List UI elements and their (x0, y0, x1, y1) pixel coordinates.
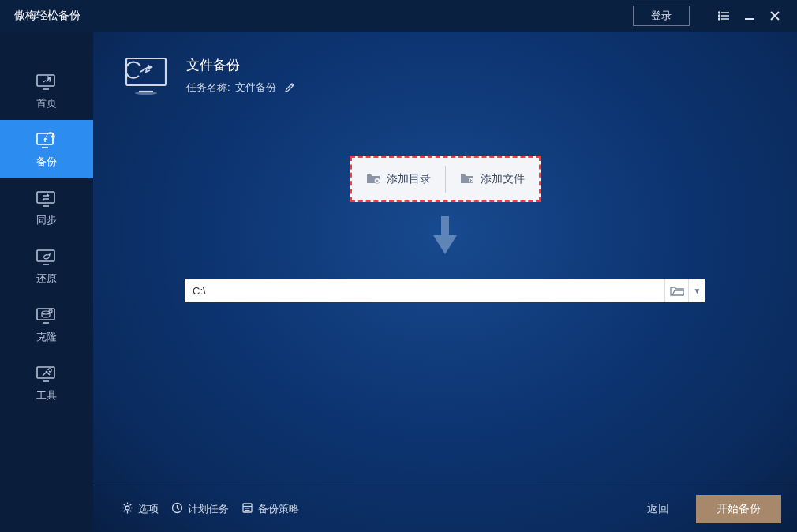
schedule-label: 计划任务 (188, 502, 229, 516)
destination-row: C:\ ▼ (185, 279, 705, 302)
destination-dropdown-button[interactable]: ▼ (688, 279, 705, 302)
svg-line-36 (130, 504, 132, 505)
footer-bar: 选项 计划任务 备份策略 返回 开始备份 (93, 485, 797, 532)
sidebar-item-backup[interactable]: 备份 (0, 120, 93, 178)
svg-point-4 (719, 15, 720, 17)
menu-list-icon[interactable] (712, 3, 737, 28)
svg-line-37 (124, 510, 125, 511)
options-label: 选项 (138, 502, 159, 516)
gear-icon (122, 502, 133, 516)
clone-monitor-icon (36, 306, 58, 325)
add-folder-label: 添加目录 (387, 172, 431, 186)
sidebar-item-home[interactable]: 首页 (0, 62, 93, 120)
sidebar: 首页 备份 同步 还原 (0, 32, 93, 532)
content-area: 添加目录 添加文件 C:\ (93, 112, 797, 485)
destination-path-input[interactable]: C:\ (185, 285, 664, 297)
svg-line-21 (50, 310, 51, 311)
svg-point-3 (719, 12, 720, 13)
task-name-value: 文件备份 (235, 81, 276, 95)
strategy-button[interactable]: 备份策略 (241, 502, 299, 516)
file-plus-icon (460, 172, 474, 186)
sidebar-item-label: 克隆 (36, 330, 57, 344)
sidebar-item-restore[interactable]: 还原 (0, 237, 93, 295)
options-button[interactable]: 选项 (122, 502, 159, 516)
tools-monitor-icon (36, 365, 58, 384)
sidebar-item-label: 还原 (36, 272, 57, 286)
svg-rect-15 (37, 250, 54, 261)
strategy-label: 备份策略 (258, 502, 299, 516)
sidebar-item-tools[interactable]: 工具 (0, 354, 93, 412)
sidebar-item-label: 首页 (36, 96, 57, 111)
file-backup-header-icon (122, 54, 172, 96)
svg-rect-13 (37, 192, 54, 203)
sidebar-item-label: 工具 (36, 388, 57, 403)
close-icon[interactable] (762, 3, 788, 28)
sidebar-item-sync[interactable]: 同步 (0, 178, 93, 237)
sync-monitor-icon (36, 189, 58, 208)
backup-monitor-icon (36, 131, 58, 150)
sidebar-item-label: 同步 (36, 213, 57, 227)
page-header: 文件备份 任务名称: 文件备份 (93, 32, 797, 112)
sidebar-item-label: 备份 (36, 155, 57, 169)
svg-point-26 (135, 92, 157, 95)
login-button[interactable]: 登录 (633, 6, 690, 26)
home-monitor-icon (36, 73, 58, 92)
svg-point-5 (719, 18, 720, 20)
strategy-icon (241, 502, 253, 516)
add-file-button[interactable]: 添加文件 (446, 158, 539, 200)
clock-icon (171, 502, 183, 516)
folder-plus-icon (366, 172, 380, 186)
minimize-icon[interactable] (737, 3, 762, 28)
add-folder-button[interactable]: 添加目录 (352, 158, 445, 200)
add-file-label: 添加文件 (481, 172, 525, 186)
app-title: 傲梅轻松备份 (14, 9, 80, 23)
edit-icon[interactable] (284, 82, 295, 93)
browse-folder-button[interactable] (664, 279, 688, 302)
arrow-down-icon (431, 216, 459, 258)
svg-line-35 (130, 510, 132, 511)
source-selection-box: 添加目录 添加文件 (350, 156, 541, 202)
task-name-label: 任务名称: (186, 81, 230, 95)
main-panel: 文件备份 任务名称: 文件备份 (93, 32, 797, 532)
start-backup-button[interactable]: 开始备份 (696, 495, 781, 523)
titlebar: 傲梅轻松备份 登录 (0, 0, 797, 32)
svg-line-34 (124, 504, 125, 505)
restore-monitor-icon (36, 248, 58, 267)
svg-point-29 (125, 506, 129, 510)
back-button[interactable]: 返回 (647, 502, 669, 516)
schedule-button[interactable]: 计划任务 (171, 502, 229, 516)
page-title: 文件备份 (186, 56, 295, 74)
sidebar-item-clone[interactable]: 克隆 (0, 295, 93, 354)
